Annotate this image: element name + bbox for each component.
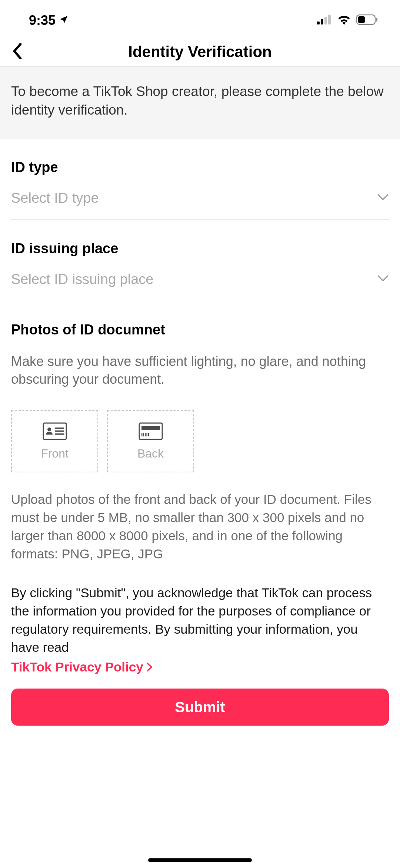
intro-banner: To become a TikTok Shop creator, please … — [0, 67, 400, 139]
svg-rect-18 — [148, 433, 149, 436]
id-place-select[interactable]: Select ID issuing place — [11, 271, 389, 301]
id-place-label: ID issuing place — [11, 241, 389, 257]
intro-text: To become a TikTok Shop creator, please … — [11, 82, 389, 119]
status-icons — [317, 14, 378, 26]
svg-rect-3 — [328, 15, 331, 24]
status-time-area: 9:35 — [29, 13, 69, 28]
svg-rect-2 — [324, 17, 327, 24]
chevron-right-icon — [146, 662, 153, 672]
cellular-signal-icon — [317, 15, 332, 26]
svg-rect-17 — [146, 433, 147, 436]
svg-rect-1 — [321, 19, 323, 24]
id-type-placeholder: Select ID type — [11, 190, 99, 206]
location-icon — [59, 13, 69, 28]
svg-rect-9 — [55, 428, 64, 429]
wifi-icon — [337, 14, 351, 26]
page-title: Identity Verification — [128, 43, 271, 61]
svg-rect-5 — [358, 16, 365, 23]
photos-subtitle: Make sure you have sufficient lighting, … — [11, 353, 389, 389]
submit-label: Submit — [175, 699, 225, 716]
chevron-down-icon — [377, 194, 389, 202]
svg-rect-12 — [139, 423, 162, 439]
id-front-icon — [43, 422, 67, 442]
id-back-icon — [139, 422, 163, 442]
status-time: 9:35 — [29, 13, 56, 28]
svg-point-8 — [47, 428, 51, 431]
acknowledgement-text: By clicking "Submit", you acknowledge th… — [11, 584, 389, 676]
chevron-down-icon — [377, 275, 389, 284]
id-type-field: ID type Select ID type — [11, 139, 389, 220]
svg-rect-15 — [143, 433, 144, 436]
svg-rect-10 — [55, 430, 64, 432]
privacy-policy-label: TikTok Privacy Policy — [11, 658, 143, 676]
status-bar: 9:35 — [0, 0, 400, 37]
svg-rect-6 — [376, 18, 377, 22]
home-indicator[interactable] — [148, 858, 252, 862]
svg-rect-13 — [141, 426, 160, 430]
upload-row: Front Back — [11, 410, 389, 472]
photos-field: Photos of ID documnet Make sure you have… — [11, 301, 389, 563]
upload-front-label: Front — [41, 447, 69, 461]
photos-label: Photos of ID documnet — [11, 322, 389, 338]
id-place-field: ID issuing place Select ID issuing place — [11, 220, 389, 301]
svg-rect-11 — [55, 433, 64, 435]
id-place-placeholder: Select ID issuing place — [11, 271, 153, 287]
submit-button[interactable]: Submit — [11, 689, 389, 726]
id-type-select[interactable]: Select ID type — [11, 190, 389, 220]
id-type-label: ID type — [11, 159, 389, 175]
svg-rect-16 — [145, 433, 146, 436]
back-button[interactable] — [11, 43, 24, 61]
upload-front[interactable]: Front — [11, 410, 98, 472]
page-header: Identity Verification — [0, 37, 400, 67]
upload-help-text: Upload photos of the front and back of y… — [11, 490, 389, 563]
battery-icon — [356, 14, 378, 26]
privacy-policy-link[interactable]: TikTok Privacy Policy — [11, 658, 153, 676]
ack-body: By clicking "Submit", you acknowledge th… — [11, 585, 372, 654]
upload-back[interactable]: Back — [107, 410, 194, 472]
upload-back-label: Back — [137, 447, 164, 461]
svg-rect-0 — [317, 22, 320, 24]
svg-rect-14 — [141, 433, 143, 436]
